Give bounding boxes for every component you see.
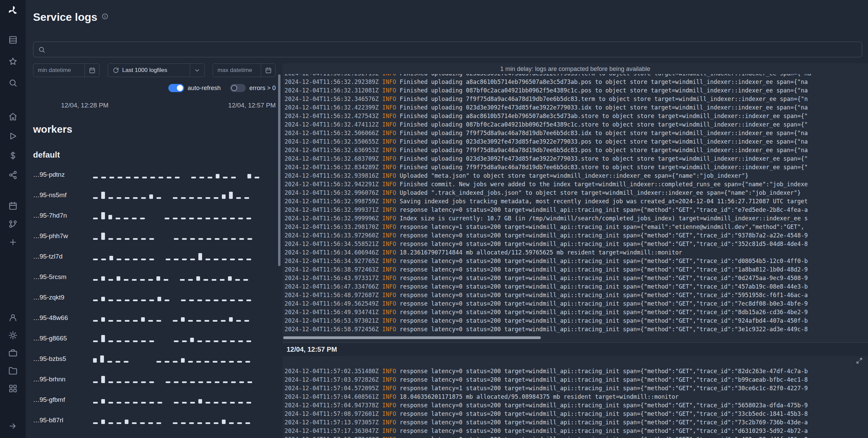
worker-name: …95-48w66 xyxy=(33,314,93,322)
log-line: 2024-12-04T11:56:32.312081Z INFO Finishe… xyxy=(285,86,868,95)
worker-name: …95-g8665 xyxy=(33,335,93,342)
worker-list: …95-pdtnz…95-ns5mf…95-7hd7n…95-phh7w…95-… xyxy=(33,164,276,430)
log-line: 2024-12-04T11:56:38.972463Z INFO respons… xyxy=(285,265,868,274)
search-input[interactable] xyxy=(49,46,857,54)
workspace-briefcase-icon[interactable] xyxy=(9,349,17,357)
worker-row[interactable]: …95-5rcsm xyxy=(33,267,276,287)
expand-sidebar-icon[interactable] xyxy=(9,422,17,430)
worker-row[interactable]: …95-g8665 xyxy=(33,328,276,349)
worker-sparkline xyxy=(93,417,276,424)
log-section-2: 2024-12-04T11:57:02.351480Z INFO respons… xyxy=(283,366,868,438)
log-line: 2024-12-04T11:56:32.252719Z INFO Finishe… xyxy=(285,74,868,78)
log-line: 2024-12-04T11:56:34.558521Z INFO respons… xyxy=(285,240,868,248)
worker-row[interactable]: …95-zqkt9 xyxy=(33,287,276,308)
logfiles-select[interactable]: Last 1000 logfiles xyxy=(108,63,205,77)
variables-icon[interactable] xyxy=(9,151,17,160)
max-datetime-field[interactable] xyxy=(213,63,276,77)
log-line: 2024-12-04T11:56:32.346576Z INFO Finishe… xyxy=(285,95,868,103)
resources-icon[interactable] xyxy=(9,171,17,179)
apps-grid-icon[interactable] xyxy=(9,384,17,393)
log-line: 2024-12-04T11:57:17.363047Z INFO respons… xyxy=(285,427,868,435)
expand-row xyxy=(283,356,868,366)
body-row: Last 1000 logfiles auto-refresh xyxy=(33,63,868,438)
workflows-icon[interactable] xyxy=(9,220,17,229)
workers-heading: workers xyxy=(33,123,276,135)
worker-sparkline xyxy=(93,273,276,281)
log-panel: 1 min delay: logs are compacted before b… xyxy=(283,63,868,438)
sidebar xyxy=(0,0,26,438)
errors-toggle[interactable] xyxy=(230,84,246,92)
worker-row[interactable]: …95-48w66 xyxy=(33,308,276,328)
log-line: 2024-12-04T11:56:49.562549Z INFO respons… xyxy=(285,300,868,308)
auto-refresh-toggle[interactable] xyxy=(168,84,184,92)
worker-name: …95-gfbmf xyxy=(33,396,93,404)
log-line: 2024-12-04T11:56:34.606946Z INFO 18.2361… xyxy=(285,248,868,257)
worker-row[interactable]: …95-b87rl xyxy=(33,410,276,430)
log-line: 2024-12-04T11:57:08.972601Z INFO respons… xyxy=(285,410,868,418)
worker-row[interactable]: …95-gfbmf xyxy=(33,390,276,410)
horizontal-scrollbar[interactable] xyxy=(283,336,541,339)
log-section-1: 2024-12-04T11:56:32.252719Z INFO Finishe… xyxy=(283,73,868,334)
calendar-icon[interactable] xyxy=(261,64,275,77)
log-line: 2024-12-04T11:56:32.998759Z INFO Saving … xyxy=(285,197,868,206)
min-datetime-input[interactable] xyxy=(33,67,85,74)
log-line: 2024-12-04T11:56:48.972687Z INFO respons… xyxy=(285,291,868,300)
home-icon[interactable] xyxy=(9,112,17,121)
log-line: 2024-12-04T11:56:32.422399Z INFO Finishe… xyxy=(285,103,868,112)
auto-refresh-label: auto-refresh xyxy=(187,85,220,92)
expand-icon[interactable] xyxy=(856,357,863,364)
worker-sparkline xyxy=(93,335,276,342)
settings-gear-icon[interactable] xyxy=(9,331,17,340)
log-line: 2024-12-04T11:56:34.927765Z INFO respons… xyxy=(285,257,868,265)
worker-row[interactable]: …95-7hd7n xyxy=(33,205,276,226)
worker-sparkline xyxy=(93,314,276,322)
chevron-down-icon[interactable] xyxy=(190,64,204,77)
log-line: 2024-12-04T11:57:03.972826Z INFO respons… xyxy=(285,376,868,384)
worker-sparkline xyxy=(93,376,276,383)
worker-row[interactable]: …95-ns5mf xyxy=(33,185,276,205)
errors-control: errors > 0 xyxy=(230,84,276,92)
runs-icon[interactable] xyxy=(9,132,17,141)
worker-name: …95-zqkt9 xyxy=(33,294,93,301)
windmill-logo[interactable] xyxy=(7,5,19,16)
table-icon[interactable] xyxy=(9,35,17,44)
worker-name: …95-7hd7n xyxy=(33,212,93,219)
logfiles-refresh[interactable]: Last 1000 logfiles xyxy=(108,67,190,74)
log-line: 2024-12-04T11:56:32.550655Z INFO Finishe… xyxy=(285,137,868,146)
main-content: Service logs Last 1000 logfiles xyxy=(26,0,868,438)
log-line: 2024-12-04T11:56:32.942291Z INFO Finishe… xyxy=(285,180,868,189)
app-root: Service logs Last 1000 logfiles xyxy=(0,0,868,438)
search-bar[interactable] xyxy=(33,42,862,57)
calendar-icon[interactable] xyxy=(85,64,99,77)
auto-refresh-control: auto-refresh xyxy=(168,84,220,92)
worker-sparkline xyxy=(93,191,276,199)
min-datetime-field[interactable] xyxy=(33,63,100,77)
search-icon[interactable] xyxy=(9,78,17,87)
log-line: 2024-12-04T11:56:32.999996Z INFO Index s… xyxy=(285,214,868,223)
log-line: 2024-12-04T11:57:04.947378Z INFO respons… xyxy=(285,401,868,410)
max-datetime-input[interactable] xyxy=(213,67,261,74)
log-section-header-label: 12/04, 12:57 PM xyxy=(287,346,337,353)
worker-row[interactable]: …95-bzbs5 xyxy=(33,349,276,369)
left-column: Last 1000 logfiles auto-refresh xyxy=(33,63,276,438)
log-line: 2024-12-04T11:56:32.506066Z INFO Finishe… xyxy=(285,129,868,137)
worker-sparkline xyxy=(93,253,276,260)
folders-icon[interactable] xyxy=(9,366,17,375)
schedules-icon[interactable] xyxy=(9,202,17,210)
log-line: 2024-12-04T11:56:33.972960Z INFO respons… xyxy=(285,231,868,240)
star-icon[interactable] xyxy=(9,57,17,66)
user-icon[interactable] xyxy=(9,313,17,322)
info-icon[interactable] xyxy=(102,13,108,21)
worker-row[interactable]: …95-phh7w xyxy=(33,226,276,246)
worker-name: …95-brhnn xyxy=(33,376,93,383)
search-icon xyxy=(38,46,45,53)
worker-row[interactable]: …95-tzl7d xyxy=(33,246,276,267)
worker-row[interactable]: …95-brhnn xyxy=(33,369,276,390)
add-icon[interactable] xyxy=(9,238,17,247)
worker-row[interactable]: …95-pdtnz xyxy=(33,164,276,185)
worker-sparkline xyxy=(93,396,276,404)
log-line: 2024-12-04T11:56:32.834289Z INFO Finishe… xyxy=(285,163,868,172)
vertical-scrollbar[interactable] xyxy=(278,74,280,266)
worker-name: …95-5rcsm xyxy=(33,273,93,281)
errors-label: errors > 0 xyxy=(249,85,276,92)
